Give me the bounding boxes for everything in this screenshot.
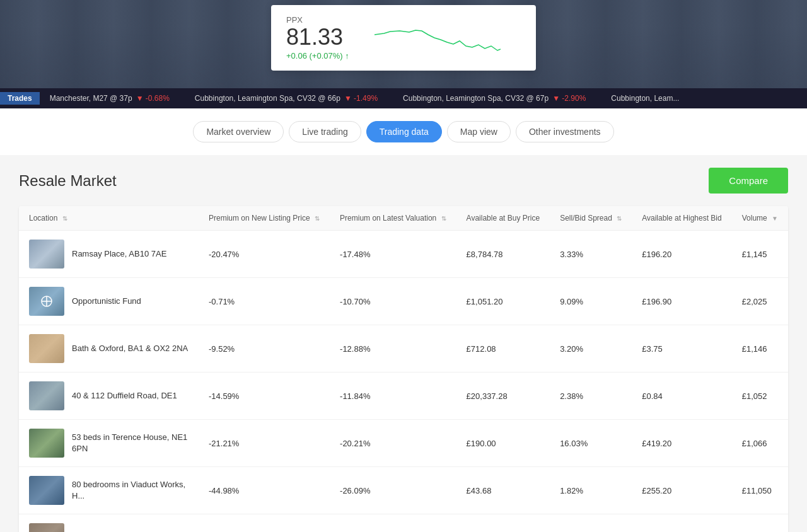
compare-button[interactable]: Compare — [709, 168, 788, 194]
cell-volume-golden: £4,349 — [732, 514, 788, 533]
cell-available-buy-ramsay: £8,784.78 — [456, 231, 550, 278]
cell-available-highest-golden: £1,968.74 — [632, 514, 732, 533]
property-thumbnail — [29, 476, 64, 505]
tab-live-trading[interactable]: Live trading — [289, 121, 361, 142]
cell-volume-ramsay: £1,145 — [732, 231, 788, 278]
cell-location-opportunistic: Opportunistic Fund — [19, 278, 199, 325]
ticker-item-4: Cubbington, Leam... — [611, 94, 679, 103]
location-name: Ramsay Place, AB10 7AE — [72, 248, 166, 260]
cell-available-buy-duffield: £20,337.28 — [456, 373, 550, 420]
cell-sell-bid-duffield: 2.38% — [550, 373, 632, 420]
ticker-label: Trades — [0, 92, 40, 105]
cell-available-buy-opportunistic: £1,051.20 — [456, 278, 550, 325]
resale-table: Location ⇅ Premium on New Listing Price … — [19, 206, 788, 532]
cell-premium-new-opportunistic: -0.71% — [199, 278, 330, 325]
cell-sell-bid-viaduct: 1.82% — [550, 467, 632, 514]
stock-ticker: PPX — [286, 15, 349, 25]
tab-map-view[interactable]: Map view — [447, 121, 511, 142]
cell-location-terence: 53 beds in Terence House, NE1 6PN — [19, 420, 199, 467]
col-volume[interactable]: Volume ▼ — [732, 206, 788, 231]
tab-other-investments[interactable]: Other investments — [516, 121, 614, 142]
ticker-items: Manchester, M27 @ 37p ▼ -0.68% Cubbingto… — [50, 94, 680, 103]
property-thumbnail — [29, 334, 64, 363]
sort-icon-premium-new: ⇅ — [315, 215, 320, 222]
ticker-tape: Trades Manchester, M27 @ 37p ▼ -0.68% Cu… — [0, 88, 807, 108]
stock-chart — [374, 22, 501, 54]
cell-sell-bid-bath-oxford: 3.20% — [550, 325, 632, 373]
stock-card: PPX 81.33 +0.06 (+0.07%) ↑ — [271, 5, 536, 71]
table-row[interactable]: Opportunistic Fund -0.71%-10.70%£1,051.2… — [19, 278, 788, 325]
cell-volume-duffield: £1,052 — [732, 373, 788, 420]
cell-location-bath-oxford: Bath & Oxford, BA1 & OX2 2NA — [19, 325, 199, 373]
cell-premium-new-golden: +10.60% — [199, 514, 330, 533]
location-name: Bath & Oxford, BA1 & OX2 2NA — [72, 343, 188, 354]
table-row[interactable]: Ramsay Place, AB10 7AE -20.47%-17.48%£8,… — [19, 231, 788, 278]
cell-available-highest-duffield: £0.84 — [632, 373, 732, 420]
cell-volume-terence: £1,066 — [732, 420, 788, 467]
ticker-item-1: Manchester, M27 @ 37p ▼ -0.68% — [50, 94, 170, 103]
cell-location-ramsay: Ramsay Place, AB10 7AE — [19, 231, 199, 278]
table-row[interactable]: Bath & Oxford, BA1 & OX2 2NA -9.52%-12.8… — [19, 325, 788, 373]
col-location[interactable]: Location ⇅ — [19, 206, 199, 231]
cell-available-highest-opportunistic: £196.90 — [632, 278, 732, 325]
cell-premium-latest-ramsay: -17.48% — [330, 231, 456, 278]
stock-price: 81.33 — [286, 25, 349, 50]
property-thumbnail — [29, 381, 64, 410]
sort-icon-location: ⇅ — [62, 215, 67, 222]
cell-location-viaduct: 80 bedrooms in Viaduct Works, H... — [19, 467, 199, 514]
tab-market-overview[interactable]: Market overview — [193, 121, 284, 142]
page-title: Resale Market — [19, 172, 117, 190]
table-row[interactable]: 80 bedrooms in Viaduct Works, H... -44.9… — [19, 467, 788, 514]
location-name: 80 bedrooms in Viaduct Works, H... — [72, 479, 189, 502]
cell-premium-latest-viaduct: -26.09% — [330, 467, 456, 514]
col-sell-bid[interactable]: Sell/Bid Spread ⇅ — [550, 206, 632, 231]
resale-table-container: Location ⇅ Premium on New Listing Price … — [19, 206, 788, 532]
cell-location-golden: 13 houses in Golden Hill Fort,... — [19, 514, 199, 533]
ticker-item-3: Cubbington, Leamington Spa, CV32 @ 67p ▼… — [403, 94, 586, 103]
cell-premium-latest-golden: -9.33% — [330, 514, 456, 533]
cell-volume-opportunistic: £2,025 — [732, 278, 788, 325]
cell-premium-new-bath-oxford: -9.52% — [199, 325, 330, 373]
col-premium-latest[interactable]: Premium on Latest Valuation ⇅ — [330, 206, 456, 231]
table-header-row: Location ⇅ Premium on New Listing Price … — [19, 206, 788, 231]
sort-icon-premium-latest: ⇅ — [441, 215, 446, 222]
stock-info: PPX 81.33 +0.06 (+0.07%) ↑ — [286, 15, 349, 61]
sort-icon-volume: ▼ — [772, 215, 778, 222]
cell-available-buy-golden: £379.84 — [456, 514, 550, 533]
cell-location-duffield: 40 & 112 Duffield Road, DE1 — [19, 373, 199, 420]
cell-available-buy-viaduct: £43.68 — [456, 467, 550, 514]
cell-available-highest-ramsay: £196.20 — [632, 231, 732, 278]
col-premium-new[interactable]: Premium on New Listing Price ⇅ — [199, 206, 330, 231]
page-header: Resale Market Compare — [19, 168, 788, 194]
table-row[interactable]: 53 beds in Terence House, NE1 6PN -21.21… — [19, 420, 788, 467]
cell-premium-new-viaduct: -44.98% — [199, 467, 330, 514]
cell-sell-bid-golden: 5.78% — [550, 514, 632, 533]
cell-premium-new-duffield: -14.59% — [199, 373, 330, 420]
nav-tabs: Market overview Live trading Trading dat… — [0, 108, 807, 155]
cell-available-buy-terence: £190.00 — [456, 420, 550, 467]
property-thumbnail — [29, 429, 64, 458]
tab-trading-data[interactable]: Trading data — [366, 121, 442, 142]
cell-available-highest-viaduct: £255.20 — [632, 467, 732, 514]
col-available-highest[interactable]: Available at Highest Bid — [632, 206, 732, 231]
location-name: 53 beds in Terence House, NE1 6PN — [72, 432, 189, 454]
property-thumbnail — [29, 240, 64, 269]
main-content: Resale Market Compare Location ⇅ Premium… — [0, 155, 807, 532]
cell-sell-bid-ramsay: 3.33% — [550, 231, 632, 278]
table-row[interactable]: 13 houses in Golden Hill Fort,... +10.60… — [19, 514, 788, 533]
cell-premium-latest-duffield: -11.84% — [330, 373, 456, 420]
cell-premium-new-ramsay: -20.47% — [199, 231, 330, 278]
cell-premium-latest-bath-oxford: -12.88% — [330, 325, 456, 373]
ticker-item-2: Cubbington, Leamington Spa, CV32 @ 66p ▼… — [195, 94, 378, 103]
cell-premium-latest-opportunistic: -10.70% — [330, 278, 456, 325]
sort-icon-sell-bid: ⇅ — [617, 215, 622, 222]
hero-section: PPX 81.33 +0.06 (+0.07%) ↑ — [0, 0, 807, 88]
cell-available-highest-terence: £419.20 — [632, 420, 732, 467]
table-row[interactable]: 40 & 112 Duffield Road, DE1 -14.59%-11.8… — [19, 373, 788, 420]
property-thumbnail — [29, 523, 64, 532]
cell-sell-bid-terence: 16.03% — [550, 420, 632, 467]
location-name: Opportunistic Fund — [72, 296, 141, 307]
cell-volume-viaduct: £11,050 — [732, 467, 788, 514]
col-available-buy[interactable]: Available at Buy Price — [456, 206, 550, 231]
property-thumbnail — [29, 287, 64, 316]
